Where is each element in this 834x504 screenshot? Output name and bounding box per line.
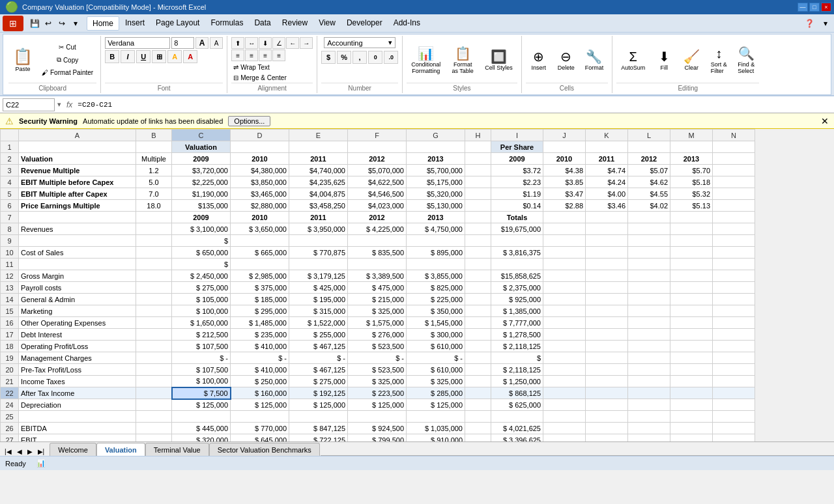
cell-M9[interactable]	[670, 235, 713, 247]
cell-M16[interactable]	[670, 317, 713, 329]
col-header-E[interactable]: E	[289, 130, 348, 141]
cell-M12[interactable]	[670, 270, 713, 282]
cell-K17[interactable]	[586, 329, 628, 341]
cell-D10[interactable]: $ 665,000	[231, 247, 289, 259]
cell-A4[interactable]: EBIT Multiple before Capex	[19, 176, 136, 188]
col-header-A[interactable]: A	[19, 130, 136, 141]
cell-K22[interactable]	[586, 387, 628, 399]
cell-B19[interactable]	[136, 352, 172, 364]
cell-E21[interactable]: $ 275,000	[289, 376, 348, 387]
cell-F17[interactable]: $ 276,000	[348, 329, 407, 341]
cell-G26[interactable]: $ 1,035,000	[407, 423, 465, 434]
cell-E18[interactable]: $ 467,125	[289, 341, 348, 352]
align-left-btn[interactable]: ≡	[231, 49, 244, 61]
options-button[interactable]: Options...	[228, 116, 270, 126]
cell-A7[interactable]	[19, 212, 136, 223]
italic-btn[interactable]: I	[121, 50, 135, 63]
cell-H8[interactable]	[465, 223, 491, 235]
cell-M1[interactable]	[670, 141, 713, 153]
cell-K11[interactable]	[586, 259, 628, 270]
cell-H22[interactable]	[465, 387, 491, 399]
cell-K16[interactable]	[586, 317, 628, 329]
cell-A20[interactable]: Pre-Tax Profit/Loss	[19, 364, 136, 376]
cell-J24[interactable]	[543, 399, 586, 411]
cell-F27[interactable]: $ 799,500	[348, 434, 407, 442]
col-header-D[interactable]: D	[231, 130, 289, 141]
align-right-btn[interactable]: ≡	[259, 49, 272, 61]
cell-L17[interactable]	[628, 329, 670, 341]
cell-F3[interactable]: $5,070,000	[348, 165, 407, 176]
autosum-btn[interactable]: Σ AutoSum	[616, 40, 650, 79]
row-num-2[interactable]: 2	[1, 153, 19, 165]
tab-nav-next[interactable]: ▶	[25, 447, 35, 456]
cell-I19[interactable]: $	[491, 352, 543, 364]
cell-I22[interactable]: $ 868,125	[491, 387, 543, 399]
cell-B21[interactable]	[136, 376, 172, 387]
menu-tab-insert[interactable]: Insert	[120, 16, 150, 31]
fill-btn[interactable]: ⬇ Fill	[651, 40, 677, 79]
row-num-13[interactable]: 13	[1, 282, 19, 294]
cell-C20[interactable]: $ 107,500	[172, 364, 231, 376]
cell-F19[interactable]: $ -	[348, 352, 407, 364]
tab-nav-last[interactable]: ▶|	[36, 447, 47, 456]
formula-input[interactable]	[78, 101, 831, 109]
dec-increase-btn[interactable]: 0	[368, 51, 382, 64]
cell-I1[interactable]: Per Share	[491, 141, 543, 153]
cell-C17[interactable]: $ 212,500	[172, 329, 231, 341]
cell-D13[interactable]: $ 375,000	[231, 282, 289, 294]
cell-D20[interactable]: $ 410,000	[231, 364, 289, 376]
cell-L21[interactable]	[628, 376, 670, 387]
cell-G16[interactable]: $ 1,545,000	[407, 317, 465, 329]
col-header-K[interactable]: K	[586, 130, 628, 141]
cell-E7[interactable]: 2011	[289, 212, 348, 223]
menu-tab-review[interactable]: Review	[277, 16, 313, 31]
cell-F18[interactable]: $ 523,500	[348, 341, 407, 352]
row-num-26[interactable]: 26	[1, 423, 19, 434]
cell-A22[interactable]: After Tax Income	[19, 387, 136, 399]
cell-C1[interactable]: Valuation	[172, 141, 231, 153]
cell-B2[interactable]: Multiple	[136, 153, 172, 165]
cell-F11[interactable]	[348, 259, 407, 270]
cell-I9[interactable]	[491, 235, 543, 247]
cell-I3[interactable]: $3.72	[491, 165, 543, 176]
cell-E10[interactable]: $ 770,875	[289, 247, 348, 259]
cell-E27[interactable]: $ 722,125	[289, 434, 348, 442]
copy-btn[interactable]: ⧉ Copy	[38, 54, 96, 66]
cell-D27[interactable]: $ 645,000	[231, 434, 289, 442]
cell-A2[interactable]: Valuation	[19, 153, 136, 165]
cell-D26[interactable]: $ 770,000	[231, 423, 289, 434]
find-select-btn[interactable]: 🔍 Find &Select	[733, 40, 759, 79]
cell-K12[interactable]	[586, 270, 628, 282]
cell-I7[interactable]: Totals	[491, 212, 543, 223]
cell-D8[interactable]: $ 3,650,000	[231, 223, 289, 235]
cell-I16[interactable]: $ 7,777,000	[491, 317, 543, 329]
cell-C12[interactable]: $ 2,450,000	[172, 270, 231, 282]
cell-B10[interactable]	[136, 247, 172, 259]
cell-N9[interactable]	[713, 235, 755, 247]
cell-H16[interactable]	[465, 317, 491, 329]
cell-F8[interactable]: $ 4,225,000	[348, 223, 407, 235]
cell-B7[interactable]	[136, 212, 172, 223]
cell-E2[interactable]: 2011	[289, 153, 348, 165]
cell-C19[interactable]: $ -	[172, 352, 231, 364]
cell-M6[interactable]: $5.13	[670, 200, 713, 212]
cell-J14[interactable]	[543, 294, 586, 305]
row-num-24[interactable]: 24	[1, 399, 19, 411]
cell-K26[interactable]	[586, 423, 628, 434]
cell-I17[interactable]: $ 1,278,500	[491, 329, 543, 341]
col-header-G[interactable]: G	[407, 130, 465, 141]
cell-C4[interactable]: $2,225,000	[172, 176, 231, 188]
cell-L14[interactable]	[628, 294, 670, 305]
cell-K1[interactable]	[586, 141, 628, 153]
cell-A15[interactable]: Marketing	[19, 305, 136, 317]
cell-H2[interactable]	[465, 153, 491, 165]
cell-J21[interactable]	[543, 376, 586, 387]
cell-K13[interactable]	[586, 282, 628, 294]
cell-H7[interactable]	[465, 212, 491, 223]
cell-F13[interactable]: $ 475,000	[348, 282, 407, 294]
cell-E19[interactable]: $ -	[289, 352, 348, 364]
font-size-input[interactable]	[171, 37, 194, 49]
cell-C24[interactable]: $ 125,000	[172, 399, 231, 411]
align-justify-btn[interactable]: ≡	[272, 49, 285, 61]
row-num-20[interactable]: 20	[1, 364, 19, 376]
